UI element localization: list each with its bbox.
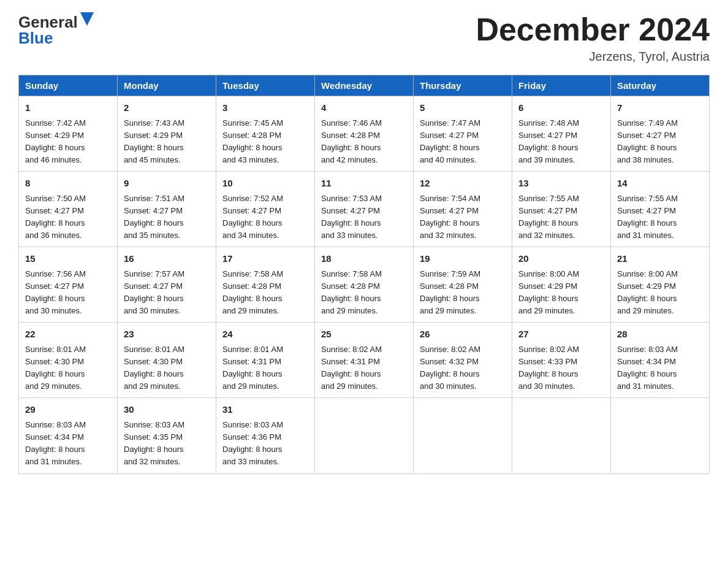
calendar-cell: 5 Sunrise: 7:47 AMSunset: 4:27 PMDayligh… — [414, 96, 512, 172]
col-monday: Monday — [118, 75, 216, 96]
calendar-cell: 15 Sunrise: 7:56 AMSunset: 4:27 PMDaylig… — [19, 247, 118, 323]
page-header: General Blue December 2024 Jerzens, Tyro… — [18, 12, 710, 64]
day-info: Sunrise: 7:51 AMSunset: 4:27 PMDaylight:… — [124, 194, 184, 240]
day-info: Sunrise: 7:55 AMSunset: 4:27 PMDaylight:… — [617, 194, 678, 240]
day-info: Sunrise: 7:45 AMSunset: 4:28 PMDaylight:… — [222, 118, 283, 164]
calendar-cell — [512, 398, 611, 473]
calendar-week-4: 22 Sunrise: 8:01 AMSunset: 4:30 PMDaylig… — [19, 323, 710, 398]
calendar-cell: 16 Sunrise: 7:57 AMSunset: 4:27 PMDaylig… — [118, 247, 216, 323]
logo-general-text: General — [18, 14, 78, 30]
calendar-cell: 27 Sunrise: 8:02 AMSunset: 4:33 PMDaylig… — [512, 323, 611, 398]
calendar-cell: 8 Sunrise: 7:50 AMSunset: 4:27 PMDayligh… — [19, 172, 118, 247]
day-info: Sunrise: 7:53 AMSunset: 4:27 PMDaylight:… — [321, 194, 382, 240]
day-info: Sunrise: 8:01 AMSunset: 4:30 PMDaylight:… — [25, 345, 86, 391]
day-number: 8 — [25, 177, 111, 191]
day-info: Sunrise: 7:52 AMSunset: 4:27 PMDaylight:… — [222, 194, 283, 240]
day-number: 22 — [25, 327, 111, 342]
day-number: 5 — [420, 101, 506, 115]
calendar-cell: 30 Sunrise: 8:03 AMSunset: 4:35 PMDaylig… — [118, 398, 216, 473]
calendar-cell: 7 Sunrise: 7:49 AMSunset: 4:27 PMDayligh… — [611, 96, 710, 172]
calendar-cell — [414, 398, 512, 473]
day-number: 30 — [124, 403, 210, 417]
day-number: 25 — [321, 327, 407, 342]
calendar-header-row: Sunday Monday Tuesday Wednesday Thursday… — [19, 75, 710, 96]
day-info: Sunrise: 7:49 AMSunset: 4:27 PMDaylight:… — [617, 118, 678, 164]
day-info: Sunrise: 8:03 AMSunset: 4:34 PMDaylight:… — [617, 345, 678, 391]
calendar-cell: 20 Sunrise: 8:00 AMSunset: 4:29 PMDaylig… — [512, 247, 611, 323]
calendar-cell: 10 Sunrise: 7:52 AMSunset: 4:27 PMDaylig… — [216, 172, 315, 247]
col-friday: Friday — [512, 75, 611, 96]
calendar-table: Sunday Monday Tuesday Wednesday Thursday… — [18, 75, 710, 473]
day-info: Sunrise: 7:50 AMSunset: 4:27 PMDaylight:… — [25, 194, 86, 240]
day-info: Sunrise: 8:02 AMSunset: 4:31 PMDaylight:… — [321, 345, 382, 391]
day-number: 31 — [222, 403, 308, 417]
calendar-cell: 9 Sunrise: 7:51 AMSunset: 4:27 PMDayligh… — [118, 172, 216, 247]
day-number: 16 — [124, 252, 210, 266]
day-number: 13 — [518, 177, 604, 191]
calendar-cell: 17 Sunrise: 7:58 AMSunset: 4:28 PMDaylig… — [216, 247, 315, 323]
day-info: Sunrise: 7:46 AMSunset: 4:28 PMDaylight:… — [321, 118, 382, 164]
day-info: Sunrise: 8:02 AMSunset: 4:33 PMDaylight:… — [518, 345, 579, 391]
calendar-cell: 29 Sunrise: 8:03 AMSunset: 4:34 PMDaylig… — [19, 398, 118, 473]
month-title: December 2024 — [476, 12, 710, 47]
day-info: Sunrise: 7:54 AMSunset: 4:27 PMDaylight:… — [420, 194, 480, 240]
day-number: 11 — [321, 177, 407, 191]
day-info: Sunrise: 8:03 AMSunset: 4:36 PMDaylight:… — [222, 420, 283, 466]
calendar-cell — [315, 398, 414, 473]
day-number: 23 — [124, 327, 210, 342]
calendar-week-1: 1 Sunrise: 7:42 AMSunset: 4:29 PMDayligh… — [19, 96, 710, 172]
calendar-cell: 18 Sunrise: 7:58 AMSunset: 4:28 PMDaylig… — [315, 247, 414, 323]
day-info: Sunrise: 7:56 AMSunset: 4:27 PMDaylight:… — [25, 269, 86, 315]
logo: General Blue — [18, 12, 94, 46]
calendar-cell: 12 Sunrise: 7:54 AMSunset: 4:27 PMDaylig… — [414, 172, 512, 247]
location-title: Jerzens, Tyrol, Austria — [476, 50, 710, 64]
day-info: Sunrise: 7:43 AMSunset: 4:29 PMDaylight:… — [124, 118, 184, 164]
calendar-cell: 3 Sunrise: 7:45 AMSunset: 4:28 PMDayligh… — [216, 96, 315, 172]
day-number: 10 — [222, 177, 308, 191]
day-number: 24 — [222, 327, 308, 342]
calendar-cell: 28 Sunrise: 8:03 AMSunset: 4:34 PMDaylig… — [611, 323, 710, 398]
day-number: 1 — [25, 101, 111, 115]
day-number: 12 — [420, 177, 506, 191]
day-number: 19 — [420, 252, 506, 266]
day-info: Sunrise: 8:02 AMSunset: 4:32 PMDaylight:… — [420, 345, 480, 391]
day-number: 9 — [124, 177, 210, 191]
calendar-cell: 11 Sunrise: 7:53 AMSunset: 4:27 PMDaylig… — [315, 172, 414, 247]
calendar-cell: 25 Sunrise: 8:02 AMSunset: 4:31 PMDaylig… — [315, 323, 414, 398]
logo-blue-text: Blue — [18, 30, 53, 46]
day-info: Sunrise: 7:59 AMSunset: 4:28 PMDaylight:… — [420, 269, 480, 315]
calendar-cell: 19 Sunrise: 7:59 AMSunset: 4:28 PMDaylig… — [414, 247, 512, 323]
day-number: 2 — [124, 101, 210, 115]
title-area: December 2024 Jerzens, Tyrol, Austria — [476, 12, 710, 64]
day-number: 4 — [321, 101, 407, 115]
calendar-cell: 21 Sunrise: 8:00 AMSunset: 4:29 PMDaylig… — [611, 247, 710, 323]
day-info: Sunrise: 7:55 AMSunset: 4:27 PMDaylight:… — [518, 194, 579, 240]
day-info: Sunrise: 8:00 AMSunset: 4:29 PMDaylight:… — [518, 269, 579, 315]
day-number: 3 — [222, 101, 308, 115]
day-number: 18 — [321, 252, 407, 266]
calendar-cell: 4 Sunrise: 7:46 AMSunset: 4:28 PMDayligh… — [315, 96, 414, 172]
day-number: 26 — [420, 327, 506, 342]
day-number: 28 — [617, 327, 703, 342]
calendar-cell — [611, 398, 710, 473]
day-number: 27 — [518, 327, 604, 342]
day-info: Sunrise: 7:42 AMSunset: 4:29 PMDaylight:… — [25, 118, 86, 164]
day-info: Sunrise: 7:47 AMSunset: 4:27 PMDaylight:… — [420, 118, 480, 164]
day-number: 20 — [518, 252, 604, 266]
calendar-cell: 1 Sunrise: 7:42 AMSunset: 4:29 PMDayligh… — [19, 96, 118, 172]
day-info: Sunrise: 8:01 AMSunset: 4:31 PMDaylight:… — [222, 345, 283, 391]
day-info: Sunrise: 7:57 AMSunset: 4:27 PMDaylight:… — [124, 269, 184, 315]
calendar-cell: 6 Sunrise: 7:48 AMSunset: 4:27 PMDayligh… — [512, 96, 611, 172]
calendar-cell: 31 Sunrise: 8:03 AMSunset: 4:36 PMDaylig… — [216, 398, 315, 473]
day-info: Sunrise: 8:03 AMSunset: 4:34 PMDaylight:… — [25, 420, 86, 466]
calendar-cell: 14 Sunrise: 7:55 AMSunset: 4:27 PMDaylig… — [611, 172, 710, 247]
calendar-cell: 26 Sunrise: 8:02 AMSunset: 4:32 PMDaylig… — [414, 323, 512, 398]
day-info: Sunrise: 8:00 AMSunset: 4:29 PMDaylight:… — [617, 269, 678, 315]
calendar-cell: 22 Sunrise: 8:01 AMSunset: 4:30 PMDaylig… — [19, 323, 118, 398]
col-saturday: Saturday — [611, 75, 710, 96]
day-number: 17 — [222, 252, 308, 266]
calendar-cell: 24 Sunrise: 8:01 AMSunset: 4:31 PMDaylig… — [216, 323, 315, 398]
day-number: 21 — [617, 252, 703, 266]
calendar-week-5: 29 Sunrise: 8:03 AMSunset: 4:34 PMDaylig… — [19, 398, 710, 473]
svg-marker-0 — [80, 12, 94, 26]
